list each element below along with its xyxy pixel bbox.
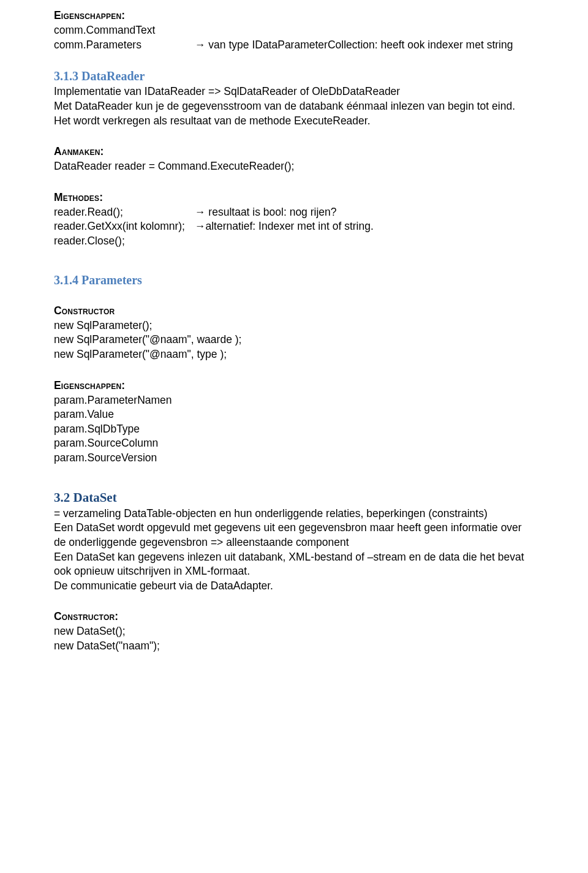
section-label-eigenschappen-1: Eigenschappen: <box>54 9 534 22</box>
code-line: comm.CommandText <box>54 23 534 38</box>
section-label-constructor-2: Constructor: <box>54 610 534 623</box>
heading-3-1-3-datareader: 3.1.3 DataReader <box>54 69 534 83</box>
heading-3-1-4-parameters: 3.1.4 Parameters <box>54 273 534 287</box>
code-line: new DataSet(); <box>54 624 534 639</box>
code-line: comm.Parameters <box>54 38 195 53</box>
section-label-aanmaken: Aanmaken: <box>54 145 534 158</box>
code-line: param.SourceColumn <box>54 436 534 451</box>
heading-3-2-dataset: 3.2 DataSet <box>54 490 534 505</box>
code-line: param.ParameterNamen <box>54 393 534 408</box>
code-line: param.SqlDbType <box>54 422 534 437</box>
section-label-methodes: Methodes: <box>54 191 534 204</box>
code-line: new SqlParameter(); <box>54 319 534 333</box>
code-line: param.Value <box>54 407 534 422</box>
section-label-eigenschappen-2: Eigenschappen: <box>54 379 534 392</box>
code-annotation: → resultaat is bool: nog rijen? <box>195 205 534 220</box>
section-label-constructor-1: Constructor <box>54 304 534 317</box>
paragraph-dataset: = verzameling DataTable-objecten en hun … <box>54 507 534 594</box>
code-line: reader.Close(); <box>54 234 534 249</box>
code-line: reader.GetXxx(int kolomnr); <box>54 219 195 234</box>
code-line: DataReader reader = Command.ExecuteReade… <box>54 159 534 174</box>
code-line: reader.Read(); <box>54 205 195 220</box>
code-annotation: → van type IDataParameterCollection: hee… <box>195 38 534 53</box>
code-line: new SqlParameter("@naam", type ); <box>54 347 534 362</box>
code-annotation: →alternatief: Indexer met int of string. <box>195 219 534 234</box>
code-line: new SqlParameter("@naam", waarde ); <box>54 333 534 347</box>
document-page: Eigenschappen: comm.CommandText comm.Par… <box>0 0 588 678</box>
paragraph-datareader: Implementatie van IDataReader => SqlData… <box>54 85 534 128</box>
code-line: new DataSet("naam"); <box>54 639 534 654</box>
code-line: param.SourceVersion <box>54 451 534 466</box>
